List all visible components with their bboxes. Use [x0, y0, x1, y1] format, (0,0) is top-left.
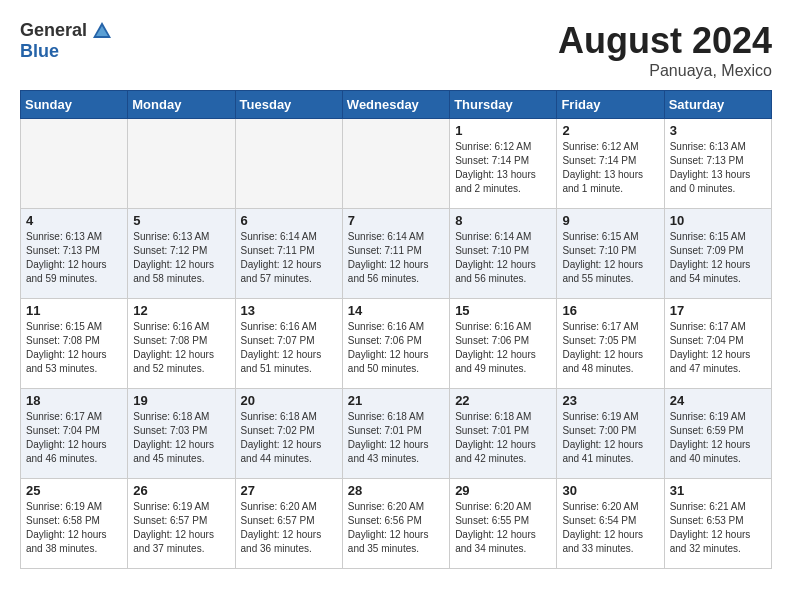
calendar-cell: 2Sunrise: 6:12 AMSunset: 7:14 PMDaylight…	[557, 119, 664, 209]
day-number: 24	[670, 393, 766, 408]
day-number: 27	[241, 483, 337, 498]
day-info: Sunrise: 6:16 AMSunset: 7:06 PMDaylight:…	[455, 320, 551, 376]
day-info: Sunrise: 6:17 AMSunset: 7:04 PMDaylight:…	[26, 410, 122, 466]
day-info: Sunrise: 6:20 AMSunset: 6:55 PMDaylight:…	[455, 500, 551, 556]
day-number: 3	[670, 123, 766, 138]
day-number: 5	[133, 213, 229, 228]
calendar-cell: 19Sunrise: 6:18 AMSunset: 7:03 PMDayligh…	[128, 389, 235, 479]
day-number: 1	[455, 123, 551, 138]
day-info: Sunrise: 6:19 AMSunset: 6:58 PMDaylight:…	[26, 500, 122, 556]
calendar-cell	[342, 119, 449, 209]
logo-general: General	[20, 21, 87, 41]
day-number: 20	[241, 393, 337, 408]
day-number: 11	[26, 303, 122, 318]
day-info: Sunrise: 6:17 AMSunset: 7:05 PMDaylight:…	[562, 320, 658, 376]
calendar-cell: 16Sunrise: 6:17 AMSunset: 7:05 PMDayligh…	[557, 299, 664, 389]
day-info: Sunrise: 6:16 AMSunset: 7:07 PMDaylight:…	[241, 320, 337, 376]
day-info: Sunrise: 6:20 AMSunset: 6:54 PMDaylight:…	[562, 500, 658, 556]
day-number: 7	[348, 213, 444, 228]
title-block: August 2024 Panuaya, Mexico	[558, 20, 772, 80]
calendar-cell: 3Sunrise: 6:13 AMSunset: 7:13 PMDaylight…	[664, 119, 771, 209]
day-info: Sunrise: 6:17 AMSunset: 7:04 PMDaylight:…	[670, 320, 766, 376]
day-number: 19	[133, 393, 229, 408]
day-info: Sunrise: 6:14 AMSunset: 7:11 PMDaylight:…	[348, 230, 444, 286]
calendar-cell: 28Sunrise: 6:20 AMSunset: 6:56 PMDayligh…	[342, 479, 449, 569]
day-number: 6	[241, 213, 337, 228]
day-info: Sunrise: 6:18 AMSunset: 7:01 PMDaylight:…	[455, 410, 551, 466]
day-number: 25	[26, 483, 122, 498]
day-info: Sunrise: 6:14 AMSunset: 7:11 PMDaylight:…	[241, 230, 337, 286]
page-header: General Blue August 2024 Panuaya, Mexico	[20, 20, 772, 80]
day-info: Sunrise: 6:15 AMSunset: 7:10 PMDaylight:…	[562, 230, 658, 286]
calendar-cell: 25Sunrise: 6:19 AMSunset: 6:58 PMDayligh…	[21, 479, 128, 569]
calendar-cell: 11Sunrise: 6:15 AMSunset: 7:08 PMDayligh…	[21, 299, 128, 389]
day-number: 4	[26, 213, 122, 228]
calendar-cell: 15Sunrise: 6:16 AMSunset: 7:06 PMDayligh…	[450, 299, 557, 389]
day-number: 12	[133, 303, 229, 318]
calendar-cell: 31Sunrise: 6:21 AMSunset: 6:53 PMDayligh…	[664, 479, 771, 569]
day-number: 16	[562, 303, 658, 318]
calendar-cell: 26Sunrise: 6:19 AMSunset: 6:57 PMDayligh…	[128, 479, 235, 569]
location: Panuaya, Mexico	[558, 62, 772, 80]
day-number: 26	[133, 483, 229, 498]
day-number: 10	[670, 213, 766, 228]
calendar-cell: 14Sunrise: 6:16 AMSunset: 7:06 PMDayligh…	[342, 299, 449, 389]
day-number: 9	[562, 213, 658, 228]
day-info: Sunrise: 6:21 AMSunset: 6:53 PMDaylight:…	[670, 500, 766, 556]
calendar-cell: 6Sunrise: 6:14 AMSunset: 7:11 PMDaylight…	[235, 209, 342, 299]
day-number: 14	[348, 303, 444, 318]
day-number: 22	[455, 393, 551, 408]
calendar-cell: 18Sunrise: 6:17 AMSunset: 7:04 PMDayligh…	[21, 389, 128, 479]
day-info: Sunrise: 6:13 AMSunset: 7:12 PMDaylight:…	[133, 230, 229, 286]
calendar-cell: 1Sunrise: 6:12 AMSunset: 7:14 PMDaylight…	[450, 119, 557, 209]
day-number: 23	[562, 393, 658, 408]
weekday-header: Wednesday	[342, 91, 449, 119]
weekday-header: Saturday	[664, 91, 771, 119]
day-number: 30	[562, 483, 658, 498]
day-number: 31	[670, 483, 766, 498]
calendar-cell: 13Sunrise: 6:16 AMSunset: 7:07 PMDayligh…	[235, 299, 342, 389]
calendar-cell: 24Sunrise: 6:19 AMSunset: 6:59 PMDayligh…	[664, 389, 771, 479]
logo: General Blue	[20, 20, 113, 62]
calendar-cell: 7Sunrise: 6:14 AMSunset: 7:11 PMDaylight…	[342, 209, 449, 299]
day-info: Sunrise: 6:19 AMSunset: 7:00 PMDaylight:…	[562, 410, 658, 466]
day-number: 8	[455, 213, 551, 228]
day-info: Sunrise: 6:12 AMSunset: 7:14 PMDaylight:…	[562, 140, 658, 196]
day-info: Sunrise: 6:20 AMSunset: 6:56 PMDaylight:…	[348, 500, 444, 556]
day-info: Sunrise: 6:12 AMSunset: 7:14 PMDaylight:…	[455, 140, 551, 196]
calendar-cell: 23Sunrise: 6:19 AMSunset: 7:00 PMDayligh…	[557, 389, 664, 479]
day-info: Sunrise: 6:18 AMSunset: 7:03 PMDaylight:…	[133, 410, 229, 466]
weekday-header: Thursday	[450, 91, 557, 119]
day-info: Sunrise: 6:13 AMSunset: 7:13 PMDaylight:…	[26, 230, 122, 286]
calendar-cell	[128, 119, 235, 209]
day-info: Sunrise: 6:20 AMSunset: 6:57 PMDaylight:…	[241, 500, 337, 556]
day-number: 17	[670, 303, 766, 318]
day-info: Sunrise: 6:13 AMSunset: 7:13 PMDaylight:…	[670, 140, 766, 196]
day-info: Sunrise: 6:18 AMSunset: 7:01 PMDaylight:…	[348, 410, 444, 466]
day-number: 29	[455, 483, 551, 498]
day-info: Sunrise: 6:14 AMSunset: 7:10 PMDaylight:…	[455, 230, 551, 286]
calendar-week-row: 1Sunrise: 6:12 AMSunset: 7:14 PMDaylight…	[21, 119, 772, 209]
logo-blue: Blue	[20, 41, 59, 61]
calendar-week-row: 4Sunrise: 6:13 AMSunset: 7:13 PMDaylight…	[21, 209, 772, 299]
weekday-header-row: SundayMondayTuesdayWednesdayThursdayFrid…	[21, 91, 772, 119]
day-number: 13	[241, 303, 337, 318]
day-info: Sunrise: 6:16 AMSunset: 7:08 PMDaylight:…	[133, 320, 229, 376]
weekday-header: Tuesday	[235, 91, 342, 119]
weekday-header: Monday	[128, 91, 235, 119]
calendar-cell: 9Sunrise: 6:15 AMSunset: 7:10 PMDaylight…	[557, 209, 664, 299]
calendar-cell: 27Sunrise: 6:20 AMSunset: 6:57 PMDayligh…	[235, 479, 342, 569]
day-number: 18	[26, 393, 122, 408]
calendar-cell: 30Sunrise: 6:20 AMSunset: 6:54 PMDayligh…	[557, 479, 664, 569]
day-number: 15	[455, 303, 551, 318]
day-number: 21	[348, 393, 444, 408]
weekday-header: Sunday	[21, 91, 128, 119]
day-info: Sunrise: 6:19 AMSunset: 6:57 PMDaylight:…	[133, 500, 229, 556]
calendar-cell: 29Sunrise: 6:20 AMSunset: 6:55 PMDayligh…	[450, 479, 557, 569]
calendar-cell	[21, 119, 128, 209]
calendar-cell: 4Sunrise: 6:13 AMSunset: 7:13 PMDaylight…	[21, 209, 128, 299]
calendar-cell: 21Sunrise: 6:18 AMSunset: 7:01 PMDayligh…	[342, 389, 449, 479]
weekday-header: Friday	[557, 91, 664, 119]
month-title: August 2024	[558, 20, 772, 62]
day-info: Sunrise: 6:18 AMSunset: 7:02 PMDaylight:…	[241, 410, 337, 466]
